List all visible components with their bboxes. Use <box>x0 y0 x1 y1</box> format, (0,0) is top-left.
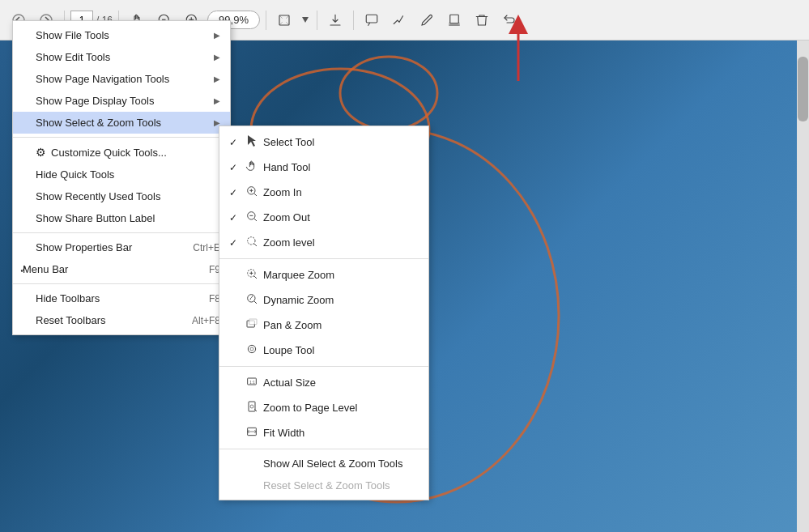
scrollbar[interactable] <box>797 40 809 532</box>
submenu-item-loupe-tool[interactable]: Loupe Tool <box>219 338 428 363</box>
scrollbar-thumb[interactable] <box>798 57 808 121</box>
svg-rect-33 <box>249 402 255 411</box>
fit-page-dropdown[interactable] <box>300 8 311 32</box>
menu-item-show-file-tools[interactable]: Show File Tools ▶ <box>13 24 230 46</box>
svg-line-18 <box>254 219 257 221</box>
menu-item-show-share-button-label[interactable]: Show Share Button Label <box>13 207 230 229</box>
show-all-label: Show All Select & Zoom Tools <box>263 458 402 470</box>
menu-item-show-page-nav-tools[interactable]: Show Page Navigation Tools ▶ <box>13 68 230 90</box>
submenu-item-zoom-in[interactable]: ✓ Zoom In <box>219 180 428 205</box>
reset-toolbars-shortcut: Alt+F8 <box>192 315 220 326</box>
submenu-item-select-tool[interactable]: ✓ Select Tool <box>219 130 428 155</box>
right-submenu: ✓ Select Tool ✓ Hand Tool ✓ Zoom In ✓ Zo… <box>219 126 429 500</box>
gear-icon: ⚙ <box>36 146 46 159</box>
svg-line-20 <box>254 244 257 246</box>
left-context-menu: Show File Tools ▶ Show Edit Tools ▶ Show… <box>12 20 231 335</box>
select-tool-label: Select Tool <box>263 136 314 148</box>
menu-item-customize-quick-tools[interactable]: ⚙ Customize Quick Tools... <box>13 141 230 164</box>
submenu-sep-3 <box>219 449 428 449</box>
sep5 <box>353 11 354 30</box>
submenu-item-zoom-level[interactable]: ✓ Zoom level <box>219 230 428 255</box>
fit-width-icon <box>245 425 263 440</box>
menu-item-hide-toolbars[interactable]: Hide Toolbars F8 <box>13 287 230 309</box>
fit-page-button[interactable] <box>272 8 296 32</box>
show-file-tools-arrow: ▶ <box>214 31 220 40</box>
show-page-nav-label: Show Page Navigation Tools <box>36 73 169 85</box>
download-button[interactable] <box>323 8 347 32</box>
submenu-item-actual-size[interactable]: 1:1 Actual Size <box>219 370 428 395</box>
show-properties-bar-shortcut: Ctrl+E <box>193 242 220 253</box>
svg-point-19 <box>248 237 255 245</box>
menu-sep-1 <box>13 137 230 138</box>
svg-rect-9 <box>366 15 377 23</box>
svg-point-29 <box>248 345 255 352</box>
fit-width-label: Fit Width <box>263 427 304 439</box>
actual-size-label: Actual Size <box>263 377 316 389</box>
menu-item-show-recently-used[interactable]: Show Recently Used Tools <box>13 185 230 207</box>
loupe-tool-icon <box>245 343 263 358</box>
select-tool-icon <box>245 134 263 150</box>
hide-toolbars-label: Hide Toolbars <box>36 292 100 304</box>
svg-point-25 <box>248 295 255 302</box>
marquee-zoom-label: Marquee Zoom <box>263 269 334 281</box>
hand-tool-check: ✓ <box>229 162 245 173</box>
undo-button[interactable] <box>497 8 522 32</box>
svg-line-15 <box>254 194 257 196</box>
draw-button[interactable] <box>415 8 439 32</box>
submenu-item-pan-zoom[interactable]: Pan & Zoom <box>219 313 428 338</box>
show-edit-tools-arrow: ▶ <box>214 53 220 62</box>
menu-item-show-properties-bar[interactable]: Show Properties Bar Ctrl+E <box>13 236 230 258</box>
menu-bar-check: ✓ <box>19 264 28 275</box>
svg-marker-8 <box>302 17 309 23</box>
svg-line-24 <box>254 276 257 279</box>
show-edit-tools-label: Show Edit Tools <box>36 51 110 63</box>
submenu-sep-2 <box>219 366 428 367</box>
zoom-in-icon <box>245 185 263 200</box>
loupe-tool-label: Loupe Tool <box>263 344 314 356</box>
zoom-to-page-icon <box>245 400 263 415</box>
submenu-sep-1 <box>219 258 428 259</box>
customize-quick-tools-label: Customize Quick Tools... <box>51 147 167 159</box>
zoom-out-icon <box>245 210 263 225</box>
highlight-button[interactable] <box>387 8 411 32</box>
submenu-item-zoom-out[interactable]: ✓ Zoom Out <box>219 205 428 230</box>
zoom-level-check: ✓ <box>229 237 245 249</box>
hand-tool-label: Hand Tool <box>263 161 310 173</box>
svg-point-30 <box>250 347 253 351</box>
pan-zoom-icon <box>245 317 263 333</box>
zoom-out-check: ✓ <box>229 212 245 223</box>
show-page-display-label: Show Page Display Tools <box>36 95 154 107</box>
zoom-in-label: Zoom In <box>263 186 302 198</box>
menu-sep-2 <box>13 232 230 233</box>
menu-item-reset-toolbars[interactable]: Reset Toolbars Alt+F8 <box>13 309 230 331</box>
comment-button[interactable] <box>360 8 384 32</box>
submenu-item-show-all[interactable]: Show All Select & Zoom Tools <box>219 453 428 475</box>
show-share-button-label: Show Share Button Label <box>36 212 155 224</box>
submenu-item-dynamic-zoom[interactable]: Dynamic Zoom <box>219 287 428 313</box>
marquee-zoom-icon <box>245 267 263 283</box>
dynamic-zoom-label: Dynamic Zoom <box>263 294 334 306</box>
show-file-tools-label: Show File Tools <box>36 29 109 41</box>
submenu-item-fit-width[interactable]: Fit Width <box>219 420 428 445</box>
svg-rect-10 <box>450 15 459 23</box>
show-recently-used-label: Show Recently Used Tools <box>36 190 160 202</box>
stamp-button[interactable] <box>442 8 466 32</box>
reset-toolbars-label: Reset Toolbars <box>36 314 105 326</box>
reset-all-label: Reset Select & Zoom Tools <box>263 479 390 492</box>
submenu-item-zoom-to-page[interactable]: Zoom to Page Level <box>219 395 428 420</box>
submenu-item-marquee-zoom[interactable]: Marquee Zoom <box>219 262 428 287</box>
svg-marker-11 <box>248 135 256 147</box>
submenu-item-hand-tool[interactable]: ✓ Hand Tool <box>219 155 428 180</box>
menu-item-show-select-zoom-tools[interactable]: Show Select & Zoom Tools ▶ <box>13 112 230 134</box>
hand-tool-icon <box>245 160 263 175</box>
svg-line-26 <box>254 301 257 304</box>
menu-item-hide-quick-tools[interactable]: Hide Quick Tools <box>13 164 230 185</box>
svg-text:1:1: 1:1 <box>249 381 255 385</box>
show-properties-bar-label: Show Properties Bar <box>36 241 132 253</box>
menu-item-show-page-display-tools[interactable]: Show Page Display Tools ▶ <box>13 90 230 112</box>
sep3 <box>266 11 266 30</box>
svg-point-34 <box>250 405 253 408</box>
menu-item-show-edit-tools[interactable]: Show Edit Tools ▶ <box>13 46 230 68</box>
menu-item-menu-bar[interactable]: ✓ Menu Bar F9 <box>13 258 230 280</box>
delete-button[interactable] <box>470 8 494 32</box>
